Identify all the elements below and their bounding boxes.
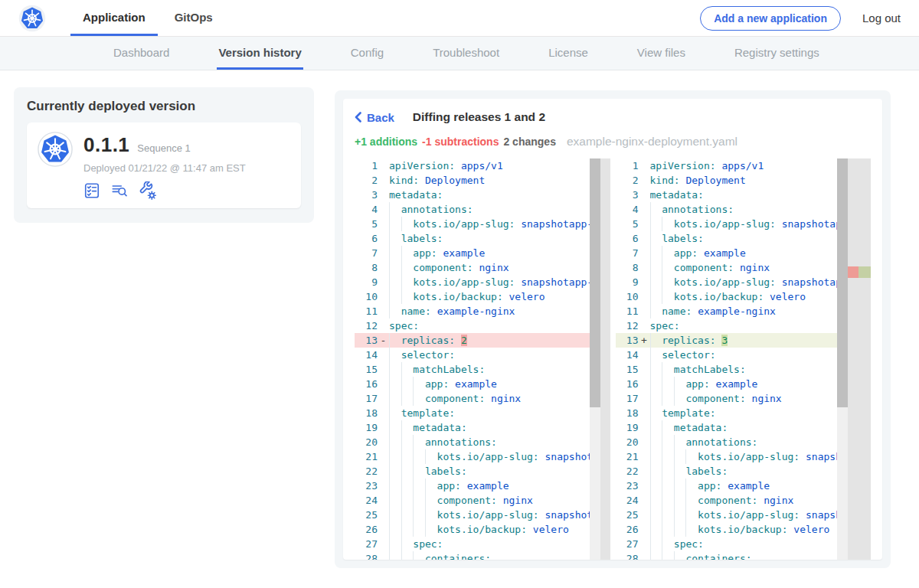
code-line-left-18: 18 template:	[355, 406, 610, 420]
code-line-right-22: 22 labels:	[616, 464, 872, 479]
code-line-left-23: 23 app: example	[355, 479, 610, 493]
currently-deployed-card: Currently deployed version 0.1.1 Sequenc…	[14, 87, 314, 223]
code-line-left-8: 8 component: nginx	[355, 260, 610, 275]
code-line-left-9: 9 kots.io/app-slug: snapshotapp-mu	[355, 275, 610, 289]
deployed-card-title: Currently deployed version	[27, 99, 301, 114]
scrollbar-thumb-right[interactable]	[837, 158, 848, 407]
code-line-right-16: 16 app: example	[616, 377, 872, 391]
code-line-left-17: 17 component: nginx	[355, 391, 610, 406]
scrollbar-thumb-left[interactable]	[590, 158, 600, 407]
logout-button[interactable]: Log out	[862, 11, 901, 24]
back-label: Back	[367, 111, 394, 124]
tab-gitops[interactable]: GitOps	[162, 0, 225, 36]
code-line-right-11: 11 name: example-nginx	[616, 304, 872, 318]
code-line-right-20: 20 annotations:	[616, 435, 872, 449]
code-line-left-28: 28 containers:	[355, 551, 610, 560]
code-line-right-28: 28 containers:	[616, 551, 872, 560]
code-line-right-18: 18 template:	[616, 406, 872, 420]
deployed-timestamp: Deployed 01/21/22 @ 11:47 am EST	[83, 162, 246, 174]
release-notes-icon[interactable]	[110, 182, 129, 199]
code-line-right-15: 15 matchLabels:	[616, 362, 872, 377]
ruler-added-mark	[858, 266, 871, 278]
version-number: 0.1.1	[83, 133, 129, 157]
config-wrench-icon[interactable]	[139, 181, 157, 200]
tab-application[interactable]: Application	[70, 0, 158, 36]
kubernetes-app-icon	[38, 132, 73, 167]
code-line-left-27: 27 spec:	[355, 537, 610, 551]
code-line-left-10: 10 kots.io/backup: velero	[355, 289, 610, 304]
code-line-left-16: 16 app: example	[355, 377, 610, 391]
diff-stats: +1 additions -1 subtractions 2 changes e…	[355, 135, 871, 150]
back-button[interactable]: Back	[355, 111, 394, 124]
deployed-version-row: 0.1.1 Sequence 1 Deployed 01/21/22 @ 11:…	[27, 122, 301, 208]
code-line-left-19: 19 metadata:	[355, 420, 610, 435]
code-line-right-26: 26 kots.io/backup: velero	[616, 522, 872, 537]
code-line-left-4: 4 annotations:	[355, 202, 610, 217]
topbar: ApplicationGitOps Add a new application …	[0, 0, 919, 37]
code-line-left-15: 15 matchLabels:	[355, 362, 610, 377]
code-line-right-4: 4 annotations:	[616, 202, 872, 217]
diff-overview-ruler-left	[600, 158, 610, 560]
code-line-left-22: 22 labels:	[355, 464, 610, 479]
code-line-right-7: 7 app: example	[616, 246, 872, 260]
code-line-right-21: 21 kots.io/app-slug: snapshotap	[616, 449, 872, 464]
code-line-right-1: 1apiVersion: apps/v1	[616, 158, 872, 173]
code-line-left-13: 13- replicas: 2	[355, 333, 610, 348]
code-line-right-2: 2kind: Deployment	[616, 173, 872, 188]
code-line-right-14: 14 selector:	[616, 348, 872, 362]
code-line-left-2: 2kind: Deployment	[355, 173, 610, 188]
code-line-left-24: 24 component: nginx	[355, 493, 610, 508]
subnav-item-version-history[interactable]: Version history	[217, 37, 303, 70]
code-line-right-6: 6 labels:	[616, 231, 872, 246]
code-line-left-5: 5 kots.io/app-slug: snapshotapp-mu	[355, 217, 610, 231]
subnav-item-license[interactable]: License	[547, 37, 590, 70]
code-line-left-14: 14 selector:	[355, 348, 610, 362]
version-action-icons	[83, 181, 246, 200]
code-lines-right: 1apiVersion: apps/v12kind: Deployment3me…	[616, 158, 872, 560]
code-line-right-10: 10 kots.io/backup: velero	[616, 289, 872, 304]
subtractions-count: -1 subtractions	[422, 136, 499, 148]
code-line-right-25: 25 kots.io/app-slug: snapshotap	[616, 508, 872, 522]
code-line-right-9: 9 kots.io/app-slug: snapshotapp-mu	[616, 275, 872, 289]
code-line-left-11: 11 name: example-nginx	[355, 304, 610, 318]
code-line-left-6: 6 labels:	[355, 231, 610, 246]
code-line-right-5: 5 kots.io/app-slug: snapshotapp-mu	[616, 217, 872, 231]
code-line-right-12: 12spec:	[616, 318, 872, 333]
subnav-item-registry-settings[interactable]: Registry settings	[733, 37, 821, 70]
code-line-right-27: 27 spec:	[616, 537, 872, 551]
additions-count: +1 additions	[355, 136, 417, 148]
diff-container: Back Diffing releases 1 and 2 +1 additio…	[335, 90, 891, 568]
code-line-right-3: 3metadata:	[616, 188, 872, 202]
subnav-item-view-files[interactable]: View files	[636, 37, 687, 70]
code-line-left-12: 12spec:	[355, 318, 610, 333]
code-line-right-13: 13+ replicas: 3	[616, 333, 872, 348]
diff-filename: example-nginx-deployment.yaml	[567, 135, 737, 149]
code-line-left-20: 20 annotations:	[355, 435, 610, 449]
topbar-tabs: ApplicationGitOps	[70, 0, 225, 36]
subnav-item-config[interactable]: Config	[349, 37, 385, 70]
code-panel-left: 1apiVersion: apps/v12kind: Deployment3me…	[355, 158, 610, 560]
preflight-checks-icon[interactable]	[83, 182, 100, 199]
app-subnav: DashboardVersion historyConfigTroublesho…	[0, 37, 919, 70]
diff-card: Back Diffing releases 1 and 2 +1 additio…	[343, 99, 882, 560]
code-line-right-23: 23 app: example	[616, 479, 872, 493]
code-line-right-19: 19 metadata:	[616, 420, 872, 435]
ruler-removed-mark	[848, 266, 858, 278]
app-logo[interactable]	[18, 0, 46, 36]
chevron-left-icon	[355, 112, 361, 122]
diff-editors: 1apiVersion: apps/v12kind: Deployment3me…	[355, 158, 871, 560]
diff-overview-ruler-right	[848, 158, 871, 560]
subnav-item-dashboard[interactable]: Dashboard	[112, 37, 171, 70]
code-lines-left: 1apiVersion: apps/v12kind: Deployment3me…	[355, 158, 610, 560]
code-line-left-26: 26 kots.io/backup: velero	[355, 522, 610, 537]
code-line-right-8: 8 component: nginx	[616, 260, 872, 275]
code-panel-right: 1apiVersion: apps/v12kind: Deployment3me…	[616, 158, 872, 560]
code-line-left-3: 3metadata:	[355, 188, 610, 202]
code-line-left-7: 7 app: example	[355, 246, 610, 260]
kubernetes-logo-icon	[18, 5, 46, 32]
add-application-button[interactable]: Add a new application	[700, 6, 841, 31]
code-line-right-24: 24 component: nginx	[616, 493, 872, 508]
code-line-left-25: 25 kots.io/app-slug: snapshotap	[355, 508, 610, 522]
sequence-label: Sequence 1	[137, 142, 190, 154]
subnav-item-troubleshoot[interactable]: Troubleshoot	[431, 37, 501, 70]
